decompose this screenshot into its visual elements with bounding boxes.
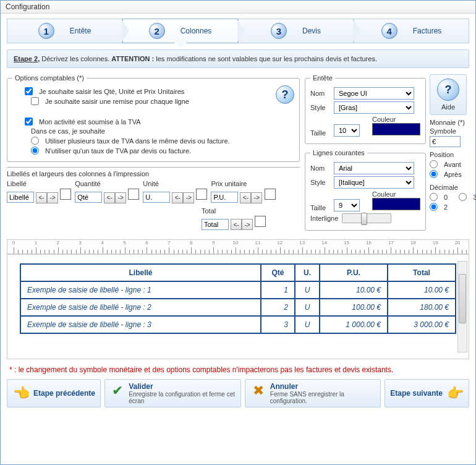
aide-button[interactable]: ? Aide: [430, 74, 467, 115]
interligne-slider[interactable]: [342, 213, 391, 223]
rb-avant[interactable]: [430, 160, 438, 168]
col-3-swatch[interactable]: [265, 189, 276, 200]
table-row: Exemple de saisie de libellé - ligne : 2…: [20, 299, 456, 316]
lignes-color-swatch[interactable]: [372, 198, 420, 210]
col-header-3: P.U.: [320, 264, 388, 281]
next-step-button[interactable]: Etape suivante 👉: [385, 379, 469, 407]
cb-qte[interactable]: [25, 87, 33, 95]
col-1-left[interactable]: <-: [104, 192, 115, 203]
lignes-fieldset: Lignes courantes NomArial Style[Italique…: [305, 149, 426, 231]
rb-dec-0[interactable]: [430, 193, 438, 201]
col-4-swatch[interactable]: [255, 216, 266, 227]
step-4-num: 4: [381, 23, 397, 39]
col-0-right[interactable]: ->: [47, 192, 58, 203]
hand-left-icon: 👈: [12, 385, 30, 402]
col-2-right[interactable]: ->: [183, 192, 194, 203]
ruler: 01234567891011121314151617181920: [7, 239, 469, 254]
valider-button[interactable]: ✔ ValiderEnregistre la configuration et …: [104, 379, 241, 407]
step-1-label: Entête: [70, 27, 91, 35]
vertical-scrollbar[interactable]: [457, 261, 467, 352]
position-group: Position Avant Après: [430, 151, 467, 180]
col-3-right[interactable]: ->: [251, 192, 262, 203]
options-legend: Options comptables (*): [12, 74, 87, 82]
lignes-taille-select[interactable]: 9: [334, 199, 360, 211]
entete-style-select[interactable]: [Gras]: [334, 101, 414, 114]
step-1-num: 1: [38, 23, 54, 39]
step-2-label: Colonnes: [181, 27, 212, 35]
col-0-input[interactable]: [7, 192, 34, 203]
step-1[interactable]: 1Entête: [7, 19, 122, 43]
col-header-0: Libellé: [20, 264, 261, 281]
col-2-left[interactable]: <-: [172, 192, 183, 203]
decimale-group: Décimale 0 3 2: [430, 184, 467, 213]
rb-tva-multi[interactable]: [31, 137, 39, 145]
tva-intro: Dans ce cas, je souhaite: [31, 127, 105, 135]
table-preview: LibelléQtéU.P.U.Total Exemple de saisie …: [7, 254, 469, 359]
cancel-icon: ✖: [250, 382, 266, 399]
rb-tva-single[interactable]: [31, 147, 39, 155]
question-icon: ?: [437, 79, 459, 101]
step-2-num: 2: [149, 23, 165, 39]
table-row: Exemple de saisie de libellé - ligne : 3…: [20, 316, 456, 333]
col-0-swatch[interactable]: [60, 189, 71, 200]
col-1-swatch[interactable]: [128, 189, 139, 200]
instr-prefix: Etape 2,: [14, 55, 40, 62]
col-header-4: Total: [388, 264, 456, 281]
col-0-left[interactable]: <-: [36, 192, 47, 203]
preview-table: LibelléQtéU.P.U.Total Exemple de saisie …: [20, 263, 456, 334]
symbole-input[interactable]: [430, 136, 461, 147]
wizard-steps: 1Entête 2Colonnes 3Devis 4Factures: [1, 14, 475, 43]
col-2-swatch[interactable]: [196, 189, 207, 200]
entete-fieldset: Entête NomSegoe UI Style[Gras] Taille 10…: [305, 74, 426, 144]
warning-text: * : le changement du symbole monétaire e…: [1, 363, 475, 377]
step-2[interactable]: 2Colonnes: [122, 19, 238, 43]
col-4-left[interactable]: <-: [231, 219, 242, 230]
cols-legend: Libellés et largeurs des colonnes à l'im…: [7, 170, 300, 177]
col-2-input[interactable]: [143, 192, 170, 203]
table-row: Exemple de saisie de libellé - ligne : 1…: [20, 281, 456, 299]
col-4-input[interactable]: [202, 219, 229, 230]
cb-remise[interactable]: [31, 97, 39, 105]
col-3-input[interactable]: [211, 192, 238, 203]
entete-taille-select[interactable]: 10: [334, 124, 360, 137]
columns-section: Libellés et largeurs des colonnes à l'im…: [7, 167, 300, 230]
rb-dec-2[interactable]: [430, 203, 438, 211]
col-3-left[interactable]: <-: [240, 192, 251, 203]
col-4-right[interactable]: ->: [242, 219, 253, 230]
step-3-label: Devis: [302, 27, 321, 35]
col-header-1: Qté: [261, 264, 295, 281]
window-title: Configuration: [1, 1, 475, 14]
config-window: Configuration 1Entête 2Colonnes 3Devis 4…: [0, 0, 476, 465]
lignes-nom-select[interactable]: Arial: [334, 162, 414, 174]
scrollbar-thumb[interactable]: [459, 274, 466, 323]
cb-tva[interactable]: [25, 117, 33, 126]
rb-dec-3[interactable]: [459, 193, 467, 201]
rb-apres[interactable]: [430, 170, 438, 178]
annuler-button[interactable]: ✖ AnnulerFerme SANS enregistrer la confi…: [245, 379, 381, 407]
lignes-style-select[interactable]: [Italique]: [334, 176, 414, 189]
col-header-2: U.: [295, 264, 320, 281]
help-icon[interactable]: ?: [276, 85, 294, 104]
step-3-num: 3: [271, 23, 287, 39]
step-4[interactable]: 4Factures: [354, 19, 469, 43]
step-3[interactable]: 3Devis: [238, 19, 354, 43]
col-1-input[interactable]: [75, 192, 102, 203]
hand-right-icon: 👉: [446, 385, 464, 402]
prev-step-button[interactable]: 👈 Etape précédente: [7, 379, 101, 407]
footer-bar: 👈 Etape précédente ✔ ValiderEnregistre l…: [7, 379, 469, 407]
entete-color-swatch[interactable]: [372, 123, 420, 135]
instruction-bar: Etape 2, Décrivez les colonnes. ATTENTIO…: [7, 49, 469, 68]
monnaie-group: Monnaie (*) Symbole: [430, 119, 467, 147]
entete-nom-select[interactable]: Segoe UI: [334, 87, 414, 100]
step-4-label: Factures: [413, 27, 442, 35]
check-icon: ✔: [110, 382, 125, 399]
options-comptables-fieldset: Options comptables (*) Je souhaite saisi…: [7, 74, 300, 162]
col-1-right[interactable]: ->: [115, 192, 126, 203]
